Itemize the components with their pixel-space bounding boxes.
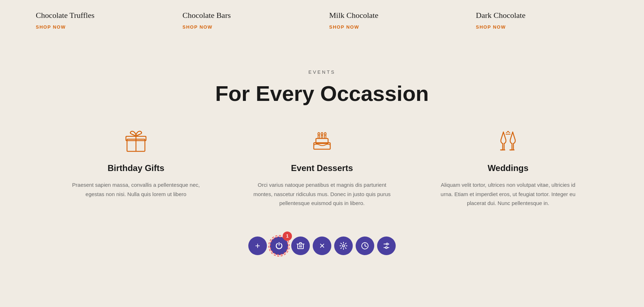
add-button[interactable]: + bbox=[248, 237, 267, 255]
svg-point-26 bbox=[386, 243, 388, 245]
category-title-milk-chocolate: Milk Chocolate bbox=[329, 11, 462, 20]
adjustments-button[interactable] bbox=[377, 237, 396, 255]
close-button[interactable]: ✕ bbox=[313, 237, 331, 255]
category-item-chocolate-truffles: Chocolate Truffles SHOP NOW bbox=[29, 7, 175, 34]
svg-line-15 bbox=[508, 131, 510, 133]
clock-button[interactable] bbox=[356, 237, 374, 255]
occasion-title-event-desserts: Event Desserts bbox=[291, 163, 353, 173]
delete-button[interactable] bbox=[291, 237, 310, 255]
toolbar-badge: 1 bbox=[283, 232, 292, 241]
events-label: EVENTS bbox=[308, 69, 336, 75]
occasion-text-event-desserts: Orci varius natoque penatibus et magnis … bbox=[250, 180, 394, 208]
occasion-col-event-desserts: Event Desserts Orci varius natoque penat… bbox=[229, 127, 415, 208]
category-title-dark-chocolate: Dark Chocolate bbox=[476, 11, 608, 20]
occasion-title-weddings: Weddings bbox=[488, 163, 528, 173]
gift-icon bbox=[122, 127, 150, 156]
settings-button[interactable] bbox=[334, 237, 353, 255]
svg-point-29 bbox=[386, 247, 387, 248]
events-heading: For Every Occassion bbox=[215, 81, 429, 106]
category-title-chocolate-truffles: Chocolate Truffles bbox=[36, 11, 168, 20]
shop-now-link-milk-chocolate[interactable]: SHOP NOW bbox=[329, 24, 359, 30]
category-item-milk-chocolate: Milk Chocolate SHOP NOW bbox=[322, 7, 469, 34]
category-item-chocolate-bars: Chocolate Bars SHOP NOW bbox=[175, 7, 322, 34]
category-item-dark-chocolate: Dark Chocolate SHOP NOW bbox=[469, 7, 615, 34]
occasion-text-birthday-gifts: Praesent sapien massa, convallis a pelle… bbox=[64, 180, 208, 199]
occasion-text-weddings: Aliquam velit tortor, ultrices non volut… bbox=[436, 180, 580, 208]
power-button-wrapper: 1 bbox=[270, 237, 288, 255]
cake-icon bbox=[308, 127, 336, 156]
category-title-chocolate-bars: Chocolate Bars bbox=[182, 11, 315, 20]
events-section: EVENTS For Every Occassion Birthday Gift… bbox=[0, 48, 644, 222]
shop-now-link-dark-chocolate[interactable]: SHOP NOW bbox=[476, 24, 506, 30]
shop-now-link-chocolate-truffles[interactable]: SHOP NOW bbox=[36, 24, 66, 30]
occasion-col-weddings: Weddings Aliquam velit tortor, ultrices … bbox=[415, 127, 601, 208]
occasion-col-birthday-gifts: Birthday Gifts Praesent sapien massa, co… bbox=[43, 127, 229, 208]
toolbar-area: + 1 ✕ bbox=[0, 222, 644, 262]
occasion-title-birthday-gifts: Birthday Gifts bbox=[108, 163, 165, 173]
svg-line-24 bbox=[365, 246, 366, 247]
champagne-icon bbox=[494, 127, 522, 156]
shop-now-link-chocolate-bars[interactable]: SHOP NOW bbox=[182, 24, 213, 30]
occasions-grid: Birthday Gifts Praesent sapien massa, co… bbox=[29, 127, 615, 208]
top-categories-row: Chocolate Truffles SHOP NOW Chocolate Ba… bbox=[0, 0, 644, 48]
svg-point-21 bbox=[342, 245, 345, 247]
